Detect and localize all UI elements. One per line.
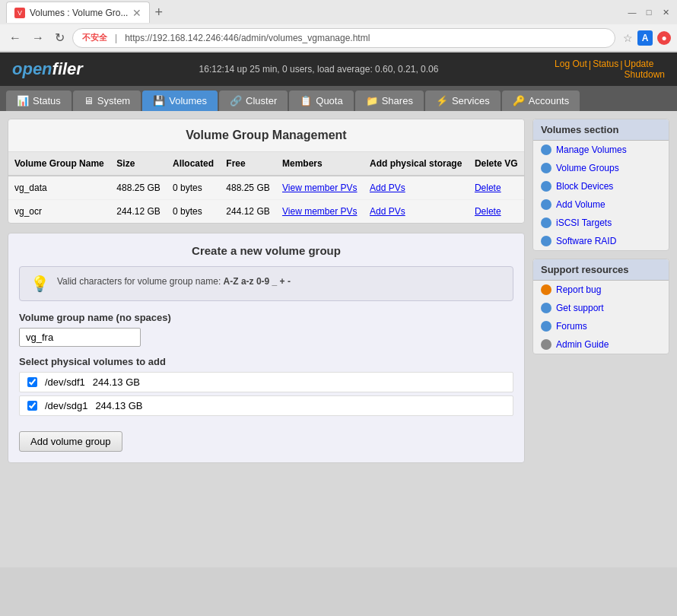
accounts-nav-icon: 🔑	[513, 95, 525, 106]
minimize-button[interactable]: —	[627, 7, 637, 17]
nav-volumes-label: Volumes	[169, 95, 207, 106]
sidebar: Volumes section Manage Volumes Volume Gr…	[532, 119, 669, 560]
nav-system-label: System	[97, 95, 130, 106]
volumes-sidebar-section: Volumes section Manage Volumes Volume Gr…	[532, 119, 669, 251]
support-sidebar-section: Support resources Report bug Get support…	[532, 259, 669, 354]
add-pvs-vg-ocr[interactable]: Add PVs	[370, 206, 405, 217]
vg-name-input[interactable]	[19, 328, 141, 347]
nav-services[interactable]: ⚡ Services	[425, 90, 501, 111]
software-raid-icon	[541, 236, 551, 246]
sidebar-item-volume-groups[interactable]: Volume Groups	[533, 159, 669, 177]
bookmark-icon[interactable]: ☆	[623, 32, 633, 44]
pv-row-sdf1: /dev/sdf1 244.13 GB	[19, 372, 513, 392]
volume-groups-icon	[541, 163, 551, 173]
nav-system[interactable]: 🖥 System	[73, 90, 141, 111]
navigation-bar: 📊 Status 🖥 System 💾 Volumes 🔗 Cluster 📋 …	[0, 86, 677, 111]
col-size: Size	[110, 152, 167, 176]
security-warning: 不安全	[82, 32, 107, 43]
pv-checkbox-sdg1[interactable]	[27, 401, 37, 411]
nav-accounts[interactable]: 🔑 Accounts	[502, 90, 580, 111]
app-header: openfiler 16:12:14 up 25 min, 0 users, l…	[0, 52, 677, 86]
services-nav-icon: ⚡	[436, 95, 448, 106]
update-shutdown-link[interactable]: UpdateShutdown	[625, 59, 665, 80]
sidebar-item-software-raid[interactable]: Software RAID	[533, 232, 669, 250]
vg-table: Volume Group Name Size Allocated Free Me…	[8, 152, 524, 223]
close-window-button[interactable]: ✕	[660, 7, 671, 17]
sidebar-item-forums[interactable]: Forums	[533, 317, 669, 335]
nav-accounts-label: Accounts	[529, 95, 569, 106]
hint-text: Valid characters for volume group name: …	[57, 275, 291, 289]
view-members-vg-data[interactable]: View member PVs	[282, 183, 357, 193]
nav-status[interactable]: 📊 Status	[6, 90, 72, 111]
nav-quota-label: Quota	[316, 95, 342, 106]
table-row: vg_ocr 244.12 GB 0 bytes 244.12 GB View …	[8, 200, 524, 224]
logo-suffix: filer	[52, 59, 83, 78]
nav-volumes[interactable]: 💾 Volumes	[142, 90, 218, 111]
report-bug-icon	[541, 284, 551, 295]
logout-link[interactable]: Log Out	[555, 59, 587, 80]
back-button[interactable]: ←	[6, 30, 24, 46]
refresh-button[interactable]: ↻	[52, 29, 68, 46]
pv-device-sdg1: /dev/sdg1	[45, 400, 87, 411]
nav-shares[interactable]: 📁 Shares	[355, 90, 424, 111]
sidebar-item-add-volume[interactable]: Add Volume	[533, 195, 669, 214]
sidebar-item-get-support[interactable]: Get support	[533, 299, 669, 317]
vg-management-panel: Volume Group Management Volume Group Nam…	[8, 119, 525, 224]
manage-volumes-icon	[541, 144, 551, 155]
maximize-button[interactable]: □	[644, 7, 654, 17]
vg-name-vg-ocr: vg_ocr	[8, 200, 110, 224]
pv-checkbox-sdf1[interactable]	[27, 377, 37, 387]
main-content: Volume Group Management Volume Group Nam…	[8, 119, 525, 560]
col-free: Free	[220, 152, 276, 176]
browser-extension-icon[interactable]: A	[637, 30, 653, 46]
nav-cluster[interactable]: 🔗 Cluster	[219, 90, 288, 111]
forward-button[interactable]: →	[29, 30, 47, 46]
sidebar-label-get-support: Get support	[556, 303, 604, 313]
nav-cluster-label: Cluster	[246, 95, 277, 106]
sidebar-item-admin-guide[interactable]: Admin Guide	[533, 335, 669, 354]
alert-icon[interactable]: ●	[657, 31, 671, 45]
delete-vg-data[interactable]: Delete	[475, 183, 501, 193]
status-link[interactable]: Status	[593, 59, 618, 80]
sidebar-item-report-bug[interactable]: Report bug	[533, 281, 669, 299]
col-delete-vg: Delete VG	[469, 152, 524, 176]
pv-size-sdf1: 244.13 GB	[93, 376, 140, 388]
tab-label: Volumes : Volume Gro...	[30, 8, 128, 18]
sidebar-item-iscsi-targets[interactable]: iSCSI Targets	[533, 214, 669, 232]
new-tab-button[interactable]: +	[150, 5, 167, 21]
view-members-vg-ocr[interactable]: View member PVs	[282, 206, 357, 217]
pv-row-sdg1: /dev/sdg1 244.13 GB	[19, 395, 513, 416]
hint-chars: A-Z a-z 0-9 _ + -	[224, 276, 291, 287]
header-links: Log Out | Status | UpdateShutdown	[555, 59, 665, 80]
nav-quota[interactable]: 📋 Quota	[289, 90, 353, 111]
sidebar-item-manage-volumes[interactable]: Manage Volumes	[533, 141, 669, 159]
sidebar-label-software-raid: Software RAID	[556, 236, 616, 246]
browser-chrome: V Volumes : Volume Gro... ✕ + — □ ✕ ← → …	[0, 0, 677, 52]
server-status: 16:12:14 up 25 min, 0 users, load averag…	[199, 64, 439, 75]
col-allocated: Allocated	[167, 152, 220, 176]
sidebar-label-admin-guide: Admin Guide	[556, 339, 609, 350]
delete-vg-ocr[interactable]: Delete	[475, 206, 501, 217]
pv-device-sdf1: /dev/sdf1	[45, 376, 85, 388]
volumes-section-title: Volumes section	[533, 119, 669, 141]
tab-favicon: V	[14, 8, 25, 18]
cluster-nav-icon: 🔗	[230, 95, 242, 106]
sidebar-label-forums: Forums	[556, 321, 587, 332]
page-content: Volume Group Management Volume Group Nam…	[0, 111, 677, 567]
address-text: https://192.168.142.246:446/admin/volume…	[125, 33, 370, 43]
vg-size-vg-data: 488.25 GB	[110, 176, 167, 200]
address-icons: ☆ A ●	[623, 30, 671, 46]
logo-prefix: open	[12, 59, 52, 78]
add-volume-icon	[541, 199, 551, 210]
vg-name-vg-data: vg_data	[8, 176, 110, 200]
add-pvs-vg-data[interactable]: Add PVs	[370, 183, 405, 193]
add-volume-group-button[interactable]: Add volume group	[19, 431, 122, 452]
vg-name-section: Volume group name (no spaces)	[19, 312, 513, 347]
forums-icon	[541, 321, 551, 332]
sidebar-item-block-devices[interactable]: Block Devices	[533, 177, 669, 195]
tab-close-button[interactable]: ✕	[132, 7, 141, 19]
address-input[interactable]: 不安全 | https://192.168.142.246:446/admin/…	[72, 28, 615, 48]
browser-tab[interactable]: V Volumes : Volume Gro... ✕	[6, 2, 150, 23]
vg-allocated-vg-data: 0 bytes	[167, 176, 220, 200]
col-vg-name: Volume Group Name	[8, 152, 110, 176]
